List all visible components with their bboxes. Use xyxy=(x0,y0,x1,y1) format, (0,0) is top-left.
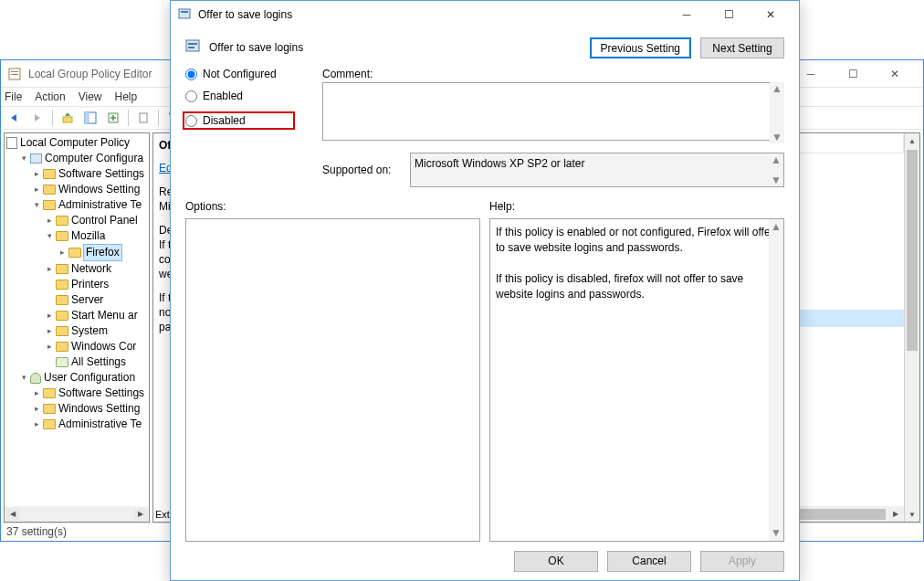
options-label: Options: xyxy=(185,200,480,213)
scroll-right-icon[interactable]: ▶ xyxy=(134,508,147,521)
tree-user-admin[interactable]: ▸Administrative Te xyxy=(32,417,149,432)
expand-icon[interactable]: ▸ xyxy=(32,185,42,195)
supported-scrollbar: ▲▼ xyxy=(769,153,783,186)
policy-edit-dialog: Offer to save logins ─ ☐ ✕ Offer to save… xyxy=(170,0,800,581)
svg-rect-11 xyxy=(188,43,197,45)
gpe-app-icon xyxy=(8,67,23,81)
tree-printers[interactable]: Printers xyxy=(45,277,149,292)
tree-mozilla[interactable]: ▾Mozilla xyxy=(45,228,149,244)
tree-server[interactable]: Server xyxy=(45,292,149,308)
expand-icon[interactable]: ▸ xyxy=(45,264,55,274)
radio-enabled-input[interactable] xyxy=(185,90,197,102)
comment-label: Comment: xyxy=(322,68,784,80)
expand-icon[interactable]: ▸ xyxy=(45,311,55,321)
svg-rect-9 xyxy=(181,11,188,13)
tree-computer-config[interactable]: ▾Computer Configura xyxy=(19,151,149,166)
supported-label: Supported on: xyxy=(322,164,401,176)
tree-user-config[interactable]: ▾User Configuration xyxy=(19,370,149,386)
svg-rect-5 xyxy=(85,112,89,123)
list-vertical-scrollbar[interactable]: ▲ ▼ xyxy=(904,133,919,522)
tree-root[interactable]: Local Computer Policy xyxy=(6,135,149,151)
gpe-maximize-button[interactable]: ☐ xyxy=(832,64,874,84)
dialog-titlebar[interactable]: Offer to save logins ─ ☐ ✕ xyxy=(171,1,799,28)
dialog-title: Offer to save logins xyxy=(198,8,666,21)
gpe-close-button[interactable]: ✕ xyxy=(874,64,916,84)
ok-button[interactable]: OK xyxy=(514,551,598,572)
help-scrollbar[interactable]: ▲▼ xyxy=(769,219,783,541)
tree-all-settings[interactable]: All Settings xyxy=(45,354,149,370)
svg-rect-8 xyxy=(179,9,190,18)
options-box xyxy=(185,218,480,542)
expand-icon[interactable]: ▸ xyxy=(32,419,42,429)
dialog-app-icon xyxy=(178,6,193,24)
svg-rect-2 xyxy=(11,74,18,75)
next-setting-button[interactable]: Next Setting xyxy=(700,37,784,58)
scroll-down-icon[interactable]: ▼ xyxy=(905,507,919,522)
expand-icon[interactable]: ▸ xyxy=(32,404,42,414)
collapse-icon[interactable]: ▾ xyxy=(45,231,55,241)
svg-rect-10 xyxy=(186,40,199,51)
radio-disabled-input[interactable] xyxy=(185,115,197,127)
dialog-minimize-button[interactable]: ─ xyxy=(666,5,708,25)
comment-textarea[interactable] xyxy=(322,82,784,141)
scroll-left-icon[interactable]: ◀ xyxy=(6,508,19,521)
toolbar-up-button[interactable] xyxy=(58,109,78,127)
comment-scrollbar[interactable]: ▲▼ xyxy=(770,82,784,143)
expand-icon[interactable]: ▸ xyxy=(32,388,42,398)
collapse-icon[interactable]: ▾ xyxy=(32,200,42,210)
tree-horizontal-scrollbar[interactable]: ◀ ▶ xyxy=(5,506,149,522)
svg-rect-3 xyxy=(63,117,72,122)
tree-control-panel[interactable]: ▸Control Panel xyxy=(45,213,149,228)
previous-setting-button[interactable]: Previous Setting xyxy=(590,37,691,58)
tree-network[interactable]: ▸Network xyxy=(45,261,149,277)
expand-icon[interactable]: ▸ xyxy=(45,216,55,226)
toolbar-show-hide-button[interactable] xyxy=(80,109,100,127)
details-tab[interactable]: Ext xyxy=(155,509,170,520)
tree-user-software[interactable]: ▸Software Settings xyxy=(32,386,149,401)
radio-enabled[interactable]: Enabled xyxy=(185,90,295,102)
scroll-up-icon[interactable]: ▲ xyxy=(905,133,919,148)
help-text: If this policy is disabled, firefox will… xyxy=(496,271,778,302)
collapse-icon[interactable]: ▾ xyxy=(19,153,29,164)
supported-on-value: Microsoft Windows XP SP2 or later xyxy=(415,157,585,170)
toolbar-export-button[interactable] xyxy=(103,109,123,127)
tree-software-settings[interactable]: ▸Software Settings xyxy=(32,166,149,182)
expand-icon[interactable]: ▸ xyxy=(45,342,55,352)
policy-icon xyxy=(185,37,202,57)
help-label: Help: xyxy=(489,200,784,213)
expand-icon[interactable]: ▸ xyxy=(58,248,68,258)
expand-icon[interactable]: ▸ xyxy=(45,326,55,336)
svg-rect-12 xyxy=(188,47,194,48)
tree-firefox[interactable]: ▸Firefox xyxy=(58,244,149,261)
dialog-close-button[interactable]: ✕ xyxy=(750,5,792,25)
collapse-icon[interactable]: ▾ xyxy=(19,373,29,383)
toolbar-back-button[interactable] xyxy=(5,109,25,127)
menu-action[interactable]: Action xyxy=(35,90,65,103)
tree-start-menu[interactable]: ▸Start Menu ar xyxy=(45,308,149,323)
menu-view[interactable]: View xyxy=(79,90,102,103)
dialog-footer: OK Cancel Apply xyxy=(171,542,799,580)
tree-system[interactable]: ▸System xyxy=(45,323,149,339)
tree-user-windows[interactable]: ▸Windows Setting xyxy=(32,401,149,417)
policy-heading: Offer to save logins xyxy=(209,41,303,54)
tree-windows-components[interactable]: ▸Windows Cor xyxy=(45,339,149,354)
radio-not-configured[interactable]: Not Configured xyxy=(185,68,295,80)
scroll-right-icon[interactable]: ▶ xyxy=(889,508,902,521)
state-radio-group: Not Configured Enabled Disabled xyxy=(185,68,295,187)
cancel-button[interactable]: Cancel xyxy=(607,551,691,572)
svg-rect-7 xyxy=(140,113,147,122)
help-text: If this policy is enabled or not configu… xyxy=(496,225,778,256)
radio-disabled[interactable]: Disabled xyxy=(183,111,295,130)
gpe-tree[interactable]: Local Computer Policy ▾Computer Configur… xyxy=(4,132,150,523)
toolbar-refresh-button[interactable] xyxy=(133,109,153,127)
expand-icon[interactable]: ▸ xyxy=(32,169,42,179)
apply-button[interactable]: Apply xyxy=(700,551,784,572)
tree-windows-settings[interactable]: ▸Windows Setting xyxy=(32,182,149,197)
dialog-maximize-button[interactable]: ☐ xyxy=(708,5,750,25)
menu-file[interactable]: File xyxy=(5,90,22,103)
toolbar-forward-button[interactable] xyxy=(27,109,47,127)
tree-admin-templates[interactable]: ▾Administrative Te xyxy=(32,197,149,213)
scroll-thumb[interactable] xyxy=(907,150,918,351)
menu-help[interactable]: Help xyxy=(115,90,138,103)
radio-not-configured-input[interactable] xyxy=(185,69,197,80)
